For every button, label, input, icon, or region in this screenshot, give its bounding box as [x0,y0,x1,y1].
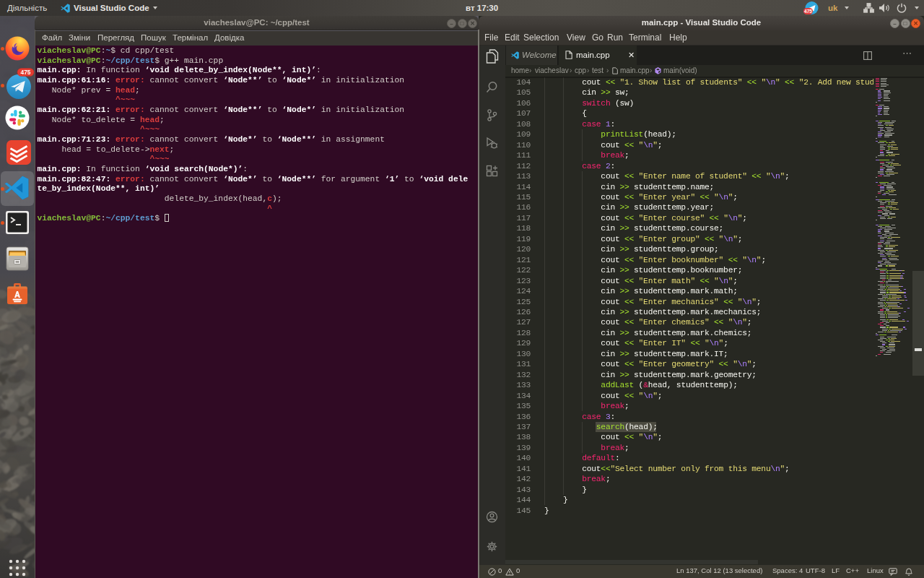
svg-text:475: 475 [21,69,31,76]
svg-text:475: 475 [804,9,812,14]
